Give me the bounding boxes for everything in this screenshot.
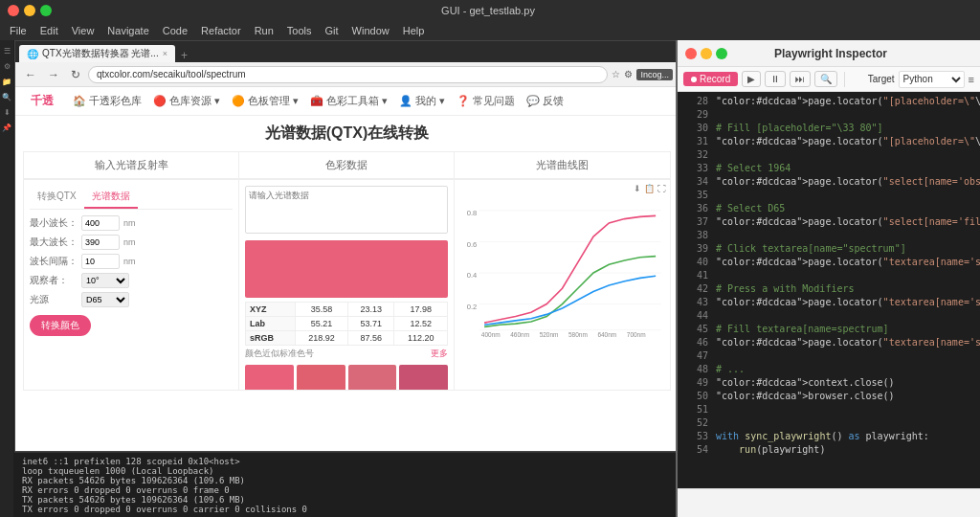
- nav-icon-0: 🏠: [73, 95, 86, 107]
- chart-copy-btn[interactable]: 📋: [644, 184, 655, 193]
- pw-maximize-button[interactable]: [716, 48, 727, 59]
- min-unit: nm: [123, 218, 136, 228]
- code-line: 36# Select D65: [678, 203, 980, 216]
- sidebar-icon-5[interactable]: ⬇: [0, 105, 13, 119]
- tab-active[interactable]: 🌐 QTX光谱数据转换器 光谱... ×: [19, 45, 175, 62]
- light-select[interactable]: D65 D50: [81, 292, 129, 307]
- line-number: 40: [681, 257, 708, 270]
- max-wavelength-input[interactable]: [81, 235, 120, 250]
- tab-close-button[interactable]: ×: [163, 49, 167, 58]
- pw-step-button[interactable]: ⏭: [790, 71, 811, 87]
- nav-item-5[interactable]: ❓ 常见问题: [457, 91, 515, 111]
- maximize-button[interactable]: [40, 5, 52, 16]
- section-header-1: 色彩数据: [239, 152, 455, 179]
- swatch-box-3: [399, 365, 448, 391]
- menu-window[interactable]: Window: [346, 25, 395, 36]
- nav-label-5: 常见问题: [473, 94, 515, 108]
- section-header-2: 光谱曲线图: [455, 152, 670, 179]
- chart-download-btn[interactable]: ⬇: [634, 184, 641, 193]
- menu-git[interactable]: Git: [320, 25, 345, 36]
- conv-tab-spectrum[interactable]: 光谱数据: [84, 186, 138, 209]
- line-content: "color:#dcdcaa">page.locator("textarea[n…: [716, 257, 980, 270]
- forward-button[interactable]: →: [44, 66, 63, 83]
- observer-select[interactable]: 10° 2°: [81, 273, 129, 288]
- nav-item-2[interactable]: 🟠 色板管理 ▾: [232, 91, 299, 111]
- line-number: 36: [681, 203, 708, 216]
- nav-icon-4: 👤: [399, 95, 412, 107]
- menu-run[interactable]: Run: [249, 25, 279, 36]
- convert-button[interactable]: 转换颜色: [30, 315, 91, 336]
- lab-label: Lab: [246, 317, 296, 331]
- code-line: 38: [678, 230, 980, 243]
- minimize-button[interactable]: [24, 5, 35, 16]
- url-bar[interactable]: [88, 66, 608, 83]
- sidebar-icon-1[interactable]: ☰: [0, 44, 13, 57]
- pw-target-label: Target: [868, 74, 895, 84]
- line-content: [716, 270, 976, 283]
- menu-tools[interactable]: Tools: [281, 25, 318, 36]
- nav-item-4[interactable]: 👤 我的 ▾: [399, 91, 445, 111]
- form-row-interval: 波长间隔： nm: [30, 254, 233, 269]
- line-number: 28: [681, 96, 708, 109]
- pw-target: Target Python JavaScript Java C# ≡: [868, 71, 974, 88]
- code-line: 31"color:#dcdcaa">page.locator("[placeho…: [678, 136, 980, 149]
- line-content: "color:#dcdcaa">page.locator("select[nam…: [716, 176, 980, 190]
- menu-view[interactable]: View: [66, 25, 100, 36]
- interval-input[interactable]: [81, 254, 120, 269]
- converter-tabs: 转换QTX 光谱数据: [30, 186, 233, 210]
- nav-item-3[interactable]: 🧰 色彩工具箱 ▾: [310, 91, 388, 111]
- spectrum-textarea[interactable]: [245, 186, 448, 234]
- sidebar-icon-2[interactable]: ⚙: [0, 59, 13, 73]
- min-wavelength-input[interactable]: [81, 215, 120, 231]
- code-line: 40"color:#dcdcaa">page.locator("textarea…: [678, 257, 980, 270]
- menu-refactor[interactable]: Refactor: [195, 25, 247, 36]
- conv-tab-qtx[interactable]: 转换QTX: [30, 186, 84, 209]
- sidebar-icon-6[interactable]: 📌: [0, 121, 13, 134]
- extension-button[interactable]: ⚙: [624, 69, 633, 79]
- terminal-line-4: TX packets 54626 bytes 109626364 (109.6 …: [22, 495, 672, 505]
- sidebar-icon-3[interactable]: 📁: [0, 75, 13, 88]
- nav-item-0[interactable]: 🏠 千透彩色库: [73, 91, 142, 111]
- line-content: "color:#dcdcaa">browser.close(): [716, 391, 976, 404]
- svg-text:700nm: 700nm: [627, 331, 646, 338]
- nav-item-1[interactable]: 🔴 色库资源 ▾: [153, 91, 220, 111]
- line-number: 37: [681, 216, 708, 230]
- line-number: 45: [681, 324, 708, 337]
- menu-edit[interactable]: Edit: [34, 25, 64, 36]
- nav-label-3: 色彩工具箱: [326, 94, 379, 108]
- converter-col: 转换QTX 光谱数据 最小波长： nm 最大波长： nm 波长间隔：: [24, 180, 239, 391]
- menu-file[interactable]: File: [4, 25, 33, 36]
- line-content: # Press a with Modifiers: [716, 283, 976, 297]
- menu-code[interactable]: Code: [157, 25, 193, 36]
- pw-code-area[interactable]: 28"color:#dcdcaa">page.locator("[placeho…: [678, 92, 980, 488]
- more-link[interactable]: 更多: [431, 348, 448, 360]
- table-row-lab: Lab 55.21 53.71 12.52: [246, 317, 448, 331]
- code-line: 43"color:#dcdcaa">page.locator("textarea…: [678, 297, 980, 310]
- pw-inspect-button[interactable]: 🔍: [814, 71, 837, 87]
- code-line: 50"color:#dcdcaa">browser.close(): [678, 391, 980, 404]
- line-content: # Select D65: [716, 203, 976, 216]
- pw-record-button[interactable]: Record: [683, 72, 738, 86]
- line-number: 44: [681, 310, 708, 324]
- menu-navigate[interactable]: Navigate: [101, 25, 154, 36]
- form-row-min: 最小波长： nm: [30, 215, 233, 231]
- line-content: [716, 417, 976, 431]
- chart-fullscreen-btn[interactable]: ⛶: [657, 184, 666, 193]
- reload-button[interactable]: ↻: [67, 66, 84, 83]
- swatch-box-2: [348, 365, 397, 391]
- pw-minimize-button[interactable]: [701, 48, 712, 59]
- close-button[interactable]: [8, 5, 19, 16]
- bookmark-button[interactable]: ☆: [612, 69, 620, 79]
- chart-toolbar: ⬇ 📋 ⛶: [458, 184, 666, 193]
- pw-target-select[interactable]: Python JavaScript Java C#: [899, 71, 965, 88]
- back-button[interactable]: ←: [21, 66, 40, 83]
- sidebar-icon-4[interactable]: 🔍: [0, 90, 13, 103]
- pw-menu-button[interactable]: ≡: [969, 74, 974, 85]
- line-content: [716, 190, 976, 203]
- menu-help[interactable]: Help: [397, 25, 431, 36]
- nav-item-6[interactable]: 💬 反馈: [526, 91, 564, 111]
- pw-pause-button[interactable]: ⏸: [765, 71, 786, 87]
- pw-play-button[interactable]: ▶: [742, 71, 761, 87]
- new-tab-button[interactable]: +: [181, 49, 188, 62]
- pw-close-button[interactable]: [685, 48, 697, 59]
